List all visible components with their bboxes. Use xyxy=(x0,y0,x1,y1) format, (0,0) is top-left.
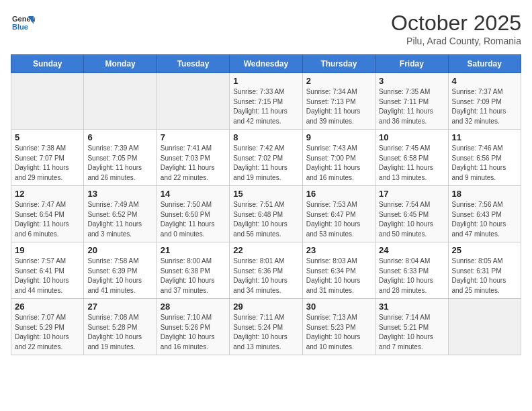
week-row-1: 5Sunrise: 7:38 AM Sunset: 7:07 PM Daylig… xyxy=(11,130,521,186)
day-cell: 17Sunrise: 7:54 AM Sunset: 6:45 PM Dayli… xyxy=(375,186,448,242)
day-cell: 16Sunrise: 7:53 AM Sunset: 6:47 PM Dayli… xyxy=(302,186,375,242)
day-info: Sunrise: 7:34 AM Sunset: 7:13 PM Dayligh… xyxy=(306,87,371,126)
day-number: 24 xyxy=(379,245,444,255)
day-number: 12 xyxy=(15,189,80,199)
day-info: Sunrise: 7:57 AM Sunset: 6:41 PM Dayligh… xyxy=(15,257,80,295)
header-cell-tuesday: Tuesday xyxy=(157,55,229,73)
day-cell: 9Sunrise: 7:43 AM Sunset: 7:00 PM Daylig… xyxy=(302,130,375,186)
day-number: 28 xyxy=(161,302,226,312)
day-cell: 29Sunrise: 7:11 AM Sunset: 5:24 PM Dayli… xyxy=(230,299,302,355)
day-info: Sunrise: 7:10 AM Sunset: 5:26 PM Dayligh… xyxy=(161,313,226,352)
day-cell: 27Sunrise: 7:08 AM Sunset: 5:28 PM Dayli… xyxy=(84,299,157,355)
day-info: Sunrise: 7:53 AM Sunset: 6:47 PM Dayligh… xyxy=(306,200,371,239)
day-cell: 22Sunrise: 8:01 AM Sunset: 6:36 PM Dayli… xyxy=(230,242,302,299)
day-cell: 26Sunrise: 7:07 AM Sunset: 5:29 PM Dayli… xyxy=(11,299,84,355)
day-info: Sunrise: 8:00 AM Sunset: 6:38 PM Dayligh… xyxy=(161,257,226,295)
day-info: Sunrise: 7:41 AM Sunset: 7:03 PM Dayligh… xyxy=(161,144,226,183)
day-cell: 25Sunrise: 8:05 AM Sunset: 6:31 PM Dayli… xyxy=(448,242,521,299)
day-cell: 4Sunrise: 7:37 AM Sunset: 7:09 PM Daylig… xyxy=(448,73,521,130)
day-info: Sunrise: 7:39 AM Sunset: 7:05 PM Dayligh… xyxy=(87,144,152,183)
day-number: 7 xyxy=(161,132,226,142)
day-cell xyxy=(157,73,229,130)
day-info: Sunrise: 7:08 AM Sunset: 5:28 PM Dayligh… xyxy=(87,313,152,352)
day-number: 29 xyxy=(233,302,298,312)
logo: General Blue xyxy=(11,11,35,35)
day-number: 14 xyxy=(161,189,226,199)
day-number: 3 xyxy=(379,76,444,86)
day-info: Sunrise: 7:49 AM Sunset: 6:52 PM Dayligh… xyxy=(87,200,152,239)
day-info: Sunrise: 7:38 AM Sunset: 7:07 PM Dayligh… xyxy=(15,144,80,183)
day-number: 26 xyxy=(15,302,80,312)
header-row: SundayMondayTuesdayWednesdayThursdayFrid… xyxy=(11,55,521,73)
day-cell: 2Sunrise: 7:34 AM Sunset: 7:13 PM Daylig… xyxy=(302,73,375,130)
svg-text:Blue: Blue xyxy=(12,23,28,31)
header-cell-saturday: Saturday xyxy=(448,55,521,73)
day-cell: 14Sunrise: 7:50 AM Sunset: 6:50 PM Dayli… xyxy=(157,186,229,242)
day-cell: 6Sunrise: 7:39 AM Sunset: 7:05 PM Daylig… xyxy=(84,130,157,186)
day-number: 8 xyxy=(233,132,298,142)
day-number: 20 xyxy=(87,245,152,255)
header-cell-monday: Monday xyxy=(84,55,157,73)
week-row-4: 26Sunrise: 7:07 AM Sunset: 5:29 PM Dayli… xyxy=(11,299,521,355)
logo-icon: General Blue xyxy=(11,11,35,35)
day-info: Sunrise: 8:01 AM Sunset: 6:36 PM Dayligh… xyxy=(233,257,298,295)
day-info: Sunrise: 7:43 AM Sunset: 7:00 PM Dayligh… xyxy=(306,144,371,183)
day-cell: 11Sunrise: 7:46 AM Sunset: 6:56 PM Dayli… xyxy=(448,130,521,186)
day-number: 25 xyxy=(452,245,517,255)
day-info: Sunrise: 7:58 AM Sunset: 6:39 PM Dayligh… xyxy=(87,257,152,295)
day-number: 22 xyxy=(233,245,298,255)
day-number: 2 xyxy=(306,76,371,86)
day-cell: 3Sunrise: 7:35 AM Sunset: 7:11 PM Daylig… xyxy=(375,73,448,130)
calendar-body: 1Sunrise: 7:33 AM Sunset: 7:15 PM Daylig… xyxy=(11,73,521,355)
day-number: 13 xyxy=(87,189,152,199)
day-number: 15 xyxy=(233,189,298,199)
day-info: Sunrise: 7:13 AM Sunset: 5:23 PM Dayligh… xyxy=(306,313,371,352)
day-info: Sunrise: 7:50 AM Sunset: 6:50 PM Dayligh… xyxy=(161,200,226,239)
page-header: General Blue October 2025 Pilu, Arad Cou… xyxy=(11,11,521,46)
day-number: 31 xyxy=(379,302,444,312)
day-info: Sunrise: 7:56 AM Sunset: 6:43 PM Dayligh… xyxy=(452,200,517,239)
day-info: Sunrise: 7:42 AM Sunset: 7:02 PM Dayligh… xyxy=(233,144,298,183)
day-cell: 1Sunrise: 7:33 AM Sunset: 7:15 PM Daylig… xyxy=(230,73,302,130)
day-number: 19 xyxy=(15,245,80,255)
day-info: Sunrise: 7:07 AM Sunset: 5:29 PM Dayligh… xyxy=(15,313,80,352)
header-cell-thursday: Thursday xyxy=(302,55,375,73)
day-number: 23 xyxy=(306,245,371,255)
day-cell: 8Sunrise: 7:42 AM Sunset: 7:02 PM Daylig… xyxy=(230,130,302,186)
calendar-table: SundayMondayTuesdayWednesdayThursdayFrid… xyxy=(11,54,521,355)
day-info: Sunrise: 8:04 AM Sunset: 6:33 PM Dayligh… xyxy=(379,257,444,295)
day-cell: 31Sunrise: 7:14 AM Sunset: 5:21 PM Dayli… xyxy=(375,299,448,355)
day-info: Sunrise: 7:45 AM Sunset: 6:58 PM Dayligh… xyxy=(379,144,444,183)
day-info: Sunrise: 7:51 AM Sunset: 6:48 PM Dayligh… xyxy=(233,200,298,239)
day-cell: 13Sunrise: 7:49 AM Sunset: 6:52 PM Dayli… xyxy=(84,186,157,242)
header-cell-friday: Friday xyxy=(375,55,448,73)
day-number: 17 xyxy=(379,189,444,199)
day-cell: 18Sunrise: 7:56 AM Sunset: 6:43 PM Dayli… xyxy=(448,186,521,242)
day-number: 27 xyxy=(87,302,152,312)
day-number: 16 xyxy=(306,189,371,199)
day-info: Sunrise: 7:35 AM Sunset: 7:11 PM Dayligh… xyxy=(379,87,444,126)
title-block: October 2025 Pilu, Arad County, Romania xyxy=(391,11,521,46)
day-cell: 21Sunrise: 8:00 AM Sunset: 6:38 PM Dayli… xyxy=(157,242,229,299)
day-cell xyxy=(84,73,157,130)
day-number: 18 xyxy=(452,189,517,199)
day-info: Sunrise: 7:14 AM Sunset: 5:21 PM Dayligh… xyxy=(379,313,444,352)
day-number: 9 xyxy=(306,132,371,142)
day-number: 1 xyxy=(233,76,298,86)
day-number: 4 xyxy=(452,76,517,86)
week-row-2: 12Sunrise: 7:47 AM Sunset: 6:54 PM Dayli… xyxy=(11,186,521,242)
week-row-0: 1Sunrise: 7:33 AM Sunset: 7:15 PM Daylig… xyxy=(11,73,521,130)
day-cell: 5Sunrise: 7:38 AM Sunset: 7:07 PM Daylig… xyxy=(11,130,84,186)
day-info: Sunrise: 8:05 AM Sunset: 6:31 PM Dayligh… xyxy=(452,257,517,295)
day-cell: 19Sunrise: 7:57 AM Sunset: 6:41 PM Dayli… xyxy=(11,242,84,299)
day-cell: 10Sunrise: 7:45 AM Sunset: 6:58 PM Dayli… xyxy=(375,130,448,186)
day-number: 6 xyxy=(87,132,152,142)
day-info: Sunrise: 7:37 AM Sunset: 7:09 PM Dayligh… xyxy=(452,87,517,126)
day-cell: 12Sunrise: 7:47 AM Sunset: 6:54 PM Dayli… xyxy=(11,186,84,242)
day-cell: 28Sunrise: 7:10 AM Sunset: 5:26 PM Dayli… xyxy=(157,299,229,355)
day-info: Sunrise: 7:54 AM Sunset: 6:45 PM Dayligh… xyxy=(379,200,444,239)
calendar-header: SundayMondayTuesdayWednesdayThursdayFrid… xyxy=(11,55,521,73)
day-number: 11 xyxy=(452,132,517,142)
header-cell-sunday: Sunday xyxy=(11,55,84,73)
day-cell: 23Sunrise: 8:03 AM Sunset: 6:34 PM Dayli… xyxy=(302,242,375,299)
